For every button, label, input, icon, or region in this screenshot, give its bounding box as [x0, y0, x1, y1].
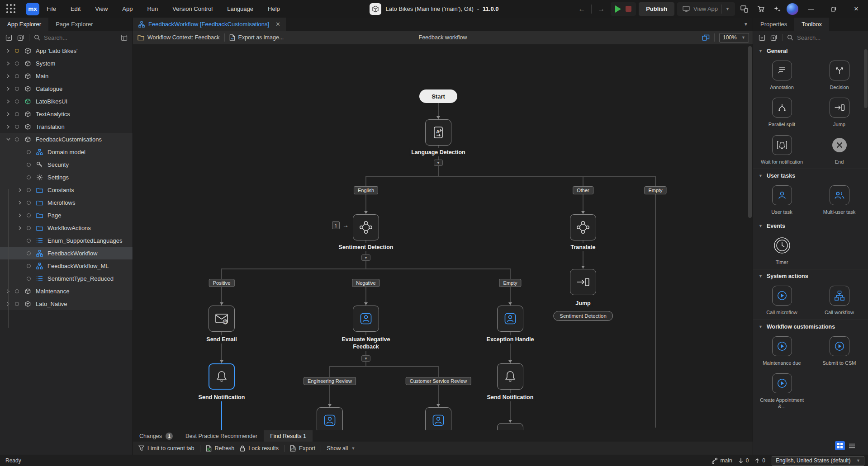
- tree-item-security[interactable]: Security: [0, 158, 133, 171]
- branch-label-other[interactable]: Other: [573, 186, 593, 194]
- tree-item-textanalytics[interactable]: TextAnalytics: [0, 108, 133, 120]
- tree-item-feedbackcustomisations[interactable]: FeedbackCustomisations: [0, 133, 133, 146]
- export-results-button[interactable]: CSV Export: [290, 445, 315, 452]
- canvas-vertical-scrollbar[interactable]: [748, 46, 752, 218]
- partially-visible-node[interactable]: [497, 423, 523, 430]
- user-avatar[interactable]: [787, 3, 798, 15]
- explorer-search-input[interactable]: [44, 34, 98, 41]
- show-all-dropdown[interactable]: Show all ▼: [327, 445, 355, 452]
- menu-run[interactable]: Run: [140, 0, 165, 18]
- branch-label-positive[interactable]: Positive: [209, 279, 235, 287]
- chevron-right-icon[interactable]: [5, 85, 12, 92]
- send-notification-node[interactable]: [497, 363, 523, 390]
- chevron-right-icon[interactable]: [5, 110, 12, 118]
- toolbox-item-maintenance-due[interactable]: Maintenance due: [753, 331, 811, 368]
- git-branch-indicator[interactable]: main: [711, 457, 732, 464]
- tree-item-catalogue[interactable]: Catalogue: [0, 82, 133, 95]
- branch-label-customer-service-review[interactable]: Customer Service Review: [406, 377, 471, 385]
- view-app-dropdown-icon[interactable]: ▼: [726, 7, 730, 11]
- chevron-right-icon[interactable]: [5, 60, 12, 67]
- jump-target-pill[interactable]: Sentiment Detection: [553, 311, 613, 321]
- tree-item-system[interactable]: System: [0, 57, 133, 70]
- language-detection-node[interactable]: A: [425, 119, 451, 146]
- send-email-node[interactable]: @: [209, 306, 235, 332]
- toolbox-item-submit-to-csm[interactable]: Submit to CSM: [811, 331, 868, 368]
- toolbox-item-user-task[interactable]: User task: [753, 180, 811, 217]
- chevron-down-icon[interactable]: [5, 136, 12, 143]
- evaluate-negative-feedback-node[interactable]: [353, 306, 379, 332]
- section-header[interactable]: ▼ User tasks: [753, 169, 868, 180]
- translate-node[interactable]: [570, 214, 596, 240]
- exception-handle-node[interactable]: [497, 306, 523, 332]
- toolbox-item-call-microflow[interactable]: Call microflow: [753, 280, 811, 317]
- engineering-review-task-node[interactable]: [317, 407, 343, 430]
- collapse-all-icon[interactable]: [758, 33, 766, 42]
- collapse-all-icon[interactable]: [5, 33, 13, 42]
- tree-item-feedbackworkflow[interactable]: FeedbackWorkflow: [0, 247, 133, 259]
- toolbox-item-timer[interactable]: Timer: [753, 230, 811, 267]
- tree-item-settings[interactable]: Settings: [0, 171, 133, 184]
- grid-view-toggle[interactable]: [835, 441, 845, 450]
- tab-list-dropdown-icon[interactable]: ▼: [744, 18, 748, 31]
- sync-devices-icon[interactable]: [738, 2, 751, 16]
- collapse-branches-icon[interactable]: ▼: [361, 355, 370, 362]
- tree-item-constants[interactable]: Constants: [0, 184, 133, 196]
- refresh-button[interactable]: Refresh: [206, 445, 235, 452]
- limit-to-current-tab-button[interactable]: Limit to current tab: [138, 445, 194, 452]
- menu-language[interactable]: Language: [220, 0, 261, 18]
- menu-app[interactable]: App: [115, 0, 140, 18]
- window-minimize-icon[interactable]: —: [801, 0, 821, 18]
- menu-view[interactable]: View: [88, 0, 115, 18]
- tree-item-latobikesui[interactable]: LatoBikesUI: [0, 95, 133, 108]
- tree-item-app-root[interactable]: App 'Lato Bikes': [0, 44, 133, 57]
- tree-item-enum-supportedlanguages[interactable]: Enum_SupportedLanguages: [0, 234, 133, 247]
- publish-button[interactable]: Publish: [639, 2, 674, 16]
- section-header[interactable]: ▼ System actions: [753, 269, 868, 280]
- lock-results-button[interactable]: Lock results: [240, 445, 279, 452]
- window-restore-icon[interactable]: [824, 0, 844, 18]
- menu-edit[interactable]: Edit: [63, 0, 88, 18]
- tree-item-feedbackworkflow-ml[interactable]: FeedbackWorkflow_ML: [0, 259, 133, 272]
- marketplace-cart-icon[interactable]: [754, 2, 768, 16]
- customer-service-review-task-node[interactable]: [425, 407, 451, 430]
- locate-document-icon[interactable]: [16, 33, 24, 42]
- run-app-icon[interactable]: [615, 5, 621, 13]
- menu-version-control[interactable]: Version Control: [165, 0, 220, 18]
- chevron-right-icon[interactable]: [16, 199, 24, 206]
- chevron-right-icon[interactable]: [16, 186, 24, 193]
- menu-help[interactable]: Help: [261, 0, 287, 18]
- toolbox-item-create-appointment[interactable]: Create Appointment &...: [753, 368, 811, 412]
- language-selector-dropdown[interactable]: English, United States (default) ▼: [772, 456, 864, 466]
- tree-item-lato-native[interactable]: Lato_Native: [0, 297, 133, 310]
- fit-to-window-icon[interactable]: [702, 34, 710, 41]
- tab-feedbackworkflow[interactable]: FeedbackWorkflow [FeedbackCustomisations…: [133, 18, 286, 31]
- chevron-right-icon[interactable]: [5, 47, 12, 54]
- window-close-icon[interactable]: ✕: [846, 0, 866, 18]
- tab-find-results[interactable]: Find Results 1: [264, 430, 313, 442]
- toolbox-search-input[interactable]: [797, 34, 851, 41]
- send-notification-node-selected[interactable]: [209, 363, 235, 390]
- stop-app-icon[interactable]: [626, 6, 631, 12]
- toolbox-item-annotation[interactable]: Annotation: [753, 55, 811, 92]
- tree-item-page[interactable]: Page: [0, 209, 133, 221]
- branch-label-empty[interactable]: Empty: [644, 186, 666, 194]
- export-as-image-button[interactable]: Export as image...: [229, 34, 284, 41]
- tree-item-workflowactions[interactable]: WorkflowActions: [0, 221, 133, 234]
- close-tab-icon[interactable]: ✕: [275, 21, 280, 28]
- branch-label-negative[interactable]: Negative: [352, 279, 379, 287]
- list-view-toggle[interactable]: [847, 441, 857, 450]
- incoming-commits[interactable]: 0: [739, 457, 749, 464]
- tab-app-explorer[interactable]: App Explorer: [0, 18, 48, 31]
- toolbox-item-parallel-split[interactable]: Parallel split: [753, 92, 811, 129]
- section-header[interactable]: ▼ General: [753, 44, 868, 55]
- branch-label-empty-mid[interactable]: Empty: [499, 279, 521, 287]
- toolbox-item-call-workflow[interactable]: Call workflow: [811, 280, 868, 317]
- chevron-right-icon[interactable]: [5, 72, 12, 80]
- branch-label-english[interactable]: English: [354, 186, 378, 194]
- workflow-context-button[interactable]: Workflow Context: Feedback: [138, 34, 220, 41]
- navigate-forward-icon[interactable]: →: [594, 2, 608, 16]
- chevron-right-icon[interactable]: [5, 123, 12, 130]
- toolbox-item-decision[interactable]: Decision: [811, 55, 868, 92]
- jump-node[interactable]: [570, 269, 596, 295]
- tree-item-sentimenttype-reduced[interactable]: SentimentType_Reduced: [0, 272, 133, 285]
